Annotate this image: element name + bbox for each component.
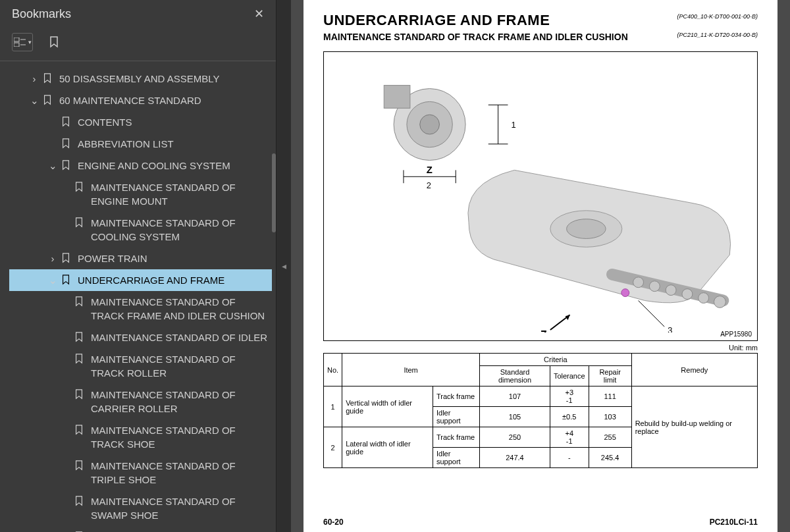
bookmark-label: MAINTENANCE STANDARD OF SWAMP SHOE <box>91 494 269 522</box>
bookmark-label: MAINTENANCE STANDARD OF CARRIER ROLLER <box>91 388 269 415</box>
bookmark-icon <box>74 425 84 435</box>
bookmark-icon <box>61 138 71 149</box>
bookmarks-title: Bookmarks <box>12 7 71 21</box>
options-button[interactable]: ▾ <box>12 33 33 51</box>
bookmark-icon <box>74 460 84 471</box>
svg-point-20 <box>698 293 709 304</box>
svg-rect-7 <box>384 86 410 109</box>
bookmark-icon <box>74 354 84 364</box>
cell: ±0.5 <box>550 407 589 427</box>
cell: Idler support <box>433 448 479 468</box>
cell: 105 <box>480 407 550 427</box>
svg-point-19 <box>682 289 693 300</box>
bookmark-item[interactable]: ›50 DISASSEMBLY AND ASSEMBLY <box>9 68 272 90</box>
th-rep: Repair limit <box>589 366 631 386</box>
bookmark-label: UNDERCARRIAGE AND FRAME <box>78 273 269 287</box>
bookmarks-toolbar: ▾ <box>0 28 276 61</box>
bookmark-item[interactable]: MAINTENANCE STANDARD OF IDLER <box>9 327 272 348</box>
bookmark-icon <box>74 296 84 307</box>
doc-code-1: (PC400_10-K-DT00-001-00-B) <box>677 13 758 20</box>
chevron-icon[interactable]: › <box>47 252 58 265</box>
bookmarks-tree[interactable]: ›50 DISASSEMBLY AND ASSEMBLY⌄60 MAINTENA… <box>0 61 276 532</box>
bookmark-ribbon-icon[interactable] <box>43 33 65 51</box>
chevron-icon[interactable]: › <box>29 72 40 86</box>
bookmark-item[interactable]: ⌄ENGINE AND COOLING SYSTEM <box>9 155 272 176</box>
bookmark-label: 60 MAINTENANCE STANDARD <box>59 93 269 107</box>
unit-label: Unit: mm <box>323 344 758 352</box>
chevron-icon[interactable]: ⌄ <box>47 159 58 173</box>
cell: 245.4 <box>589 448 631 468</box>
svg-point-18 <box>666 285 676 296</box>
callout-3: 3 <box>668 325 672 332</box>
bookmark-label: CONTENTS <box>78 115 269 129</box>
bookmark-icon <box>42 73 53 84</box>
svg-rect-0 <box>14 38 19 41</box>
cell: 2 <box>324 427 342 468</box>
page-footer: 60-20 PC210LCi-11 <box>323 518 758 527</box>
bookmark-icon <box>74 182 84 192</box>
cell: +3 -1 <box>550 386 589 407</box>
bookmark-item[interactable]: MAINTENANCE STANDARD OF TRACK FRAME AND … <box>9 291 272 327</box>
close-icon[interactable]: ✕ <box>254 7 264 21</box>
figure-id: APP15980 <box>720 331 752 338</box>
bookmark-label: ABBREVIATION LIST <box>78 137 269 151</box>
cell: - <box>550 448 589 468</box>
bookmark-label: MAINTENANCE STANDARD OF TRIPLE SHOE <box>91 459 269 487</box>
cell: 111 <box>589 386 631 407</box>
technical-diagram: 1 Z 2 <box>332 60 749 332</box>
cell: Lateral width of idler guide <box>342 427 433 468</box>
bookmark-label: MAINTENANCE STANDARD OF TRACK FRAME AND … <box>91 295 269 323</box>
bookmark-item[interactable]: MAINTENANCE STANDARD OF SWAMP SHOE <box>9 491 272 526</box>
bookmark-label: MAINTENANCE STANDARD OF TRACK SHOE <box>91 423 269 451</box>
bookmark-icon <box>74 389 84 400</box>
document-viewport[interactable]: UNDERCARRIAGE AND FRAME (PC400_10-K-DT00… <box>291 0 790 532</box>
bookmark-label: MAINTENANCE STANDARD OF COOLING SYSTEM <box>91 216 269 244</box>
chevron-icon[interactable]: ⌄ <box>29 93 40 107</box>
cell: Idler support <box>433 407 479 427</box>
bookmark-label: ENGINE AND COOLING SYSTEM <box>78 159 269 173</box>
cell: Vertical width of idler guide <box>342 386 433 427</box>
chevron-left-icon: ◂ <box>282 261 286 271</box>
panel-collapse-handle[interactable]: ◂ <box>276 0 291 532</box>
svg-point-22 <box>621 289 629 297</box>
bookmark-item[interactable]: CONTENTS <box>9 111 272 133</box>
bookmark-label: MAINTENANCE STANDARD OF TRACK ROLLER <box>91 352 269 380</box>
bookmark-label: 50 DISASSEMBLY AND ASSEMBLY <box>59 72 269 86</box>
bookmark-item[interactable]: ⌄60 MAINTENANCE STANDARD <box>9 90 272 111</box>
bookmark-item[interactable]: MAINTENANCE STANDARD OF CARRIER ROLLER <box>9 384 272 419</box>
callout-z-bottom: Z <box>540 329 547 332</box>
svg-point-15 <box>567 219 606 239</box>
scrollbar-thumb[interactable] <box>272 153 276 232</box>
bookmark-item[interactable]: ›POWER TRAIN <box>9 248 272 269</box>
bookmark-item[interactable]: MAINTENANCE STANDARD OF ENGINE MOUNT <box>9 176 272 212</box>
th-tol: Tolerance <box>550 366 589 386</box>
th-item: Item <box>342 354 480 386</box>
cell: 247.4 <box>480 448 550 468</box>
cell: 107 <box>480 386 550 407</box>
bookmark-item[interactable]: MAINTENANCE STANDARD OF ROAD <box>9 526 272 532</box>
bookmark-icon <box>61 253 71 263</box>
bookmark-icon <box>74 496 84 506</box>
bookmark-item[interactable]: MAINTENANCE STANDARD OF TRACK SHOE <box>9 419 272 455</box>
cell-remedy: Rebuild by build-up welding or replace <box>631 386 757 468</box>
bookmark-item[interactable]: MAINTENANCE STANDARD OF COOLING SYSTEM <box>9 212 272 248</box>
cell: +4 -1 <box>550 427 589 448</box>
svg-point-6 <box>420 115 440 134</box>
bookmark-item[interactable]: MAINTENANCE STANDARD OF TRIPLE SHOE <box>9 455 272 491</box>
callout-2: 2 <box>427 180 431 190</box>
th-std: Standard dimension <box>480 366 550 386</box>
th-criteria: Criteria <box>480 354 632 366</box>
footer-left: 60-20 <box>323 518 344 527</box>
svg-point-21 <box>714 296 726 308</box>
doc-code-2: (PC210_11-K-DT20-034-00-B) <box>677 32 758 38</box>
figure-box: 1 Z 2 <box>323 51 758 341</box>
callout-z-top: Z <box>427 165 433 175</box>
bookmark-item[interactable]: MAINTENANCE STANDARD OF TRACK ROLLER <box>9 348 272 384</box>
footer-right: PC210LCi-11 <box>710 518 758 527</box>
bookmark-item[interactable]: ⌄UNDERCARRIAGE AND FRAME <box>9 269 272 291</box>
chevron-icon[interactable]: ⌄ <box>47 273 58 287</box>
bookmark-item[interactable]: ABBREVIATION LIST <box>9 133 272 155</box>
spec-table: No. Item Criteria Remedy Standard dimens… <box>323 353 758 468</box>
bookmark-icon <box>42 95 53 105</box>
bookmark-icon <box>61 117 71 127</box>
